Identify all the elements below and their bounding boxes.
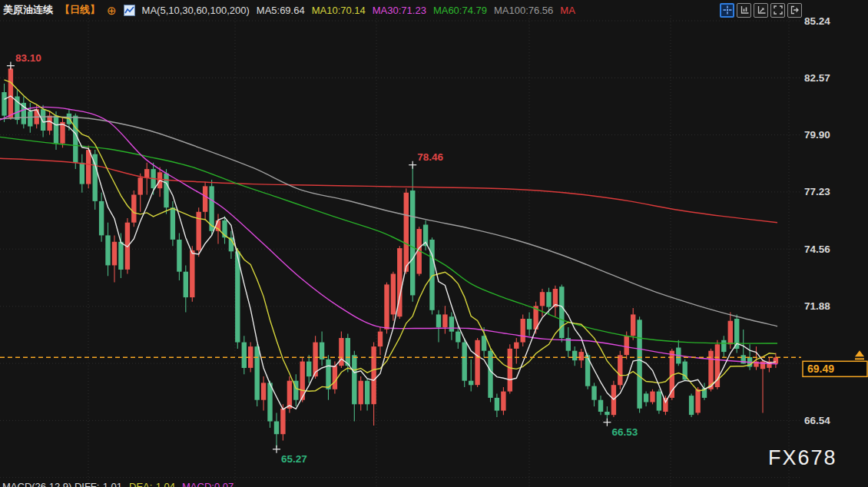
ma5-legend: MA5:69.64 — [257, 5, 305, 16]
macd-value: MACD:0.07 — [182, 481, 234, 487]
ma10-legend: MA10:70.14 — [312, 5, 366, 16]
low-price-annotation: 65.27 — [281, 453, 307, 465]
low-price-annotation: 66.53 — [611, 426, 638, 438]
high-price-annotation: 83.10 — [15, 52, 41, 64]
fullscreen-icon[interactable] — [770, 3, 785, 18]
indicator-trend-icon[interactable] — [754, 3, 768, 18]
ma200-legend: MA — [560, 5, 575, 16]
chart-toolbar — [720, 3, 802, 18]
y-axis-label: 79.90 — [804, 129, 830, 141]
symbol-title: 美原油连续 — [3, 3, 53, 17]
ma30-legend: MA30:71.23 — [373, 5, 426, 16]
ma100-legend: MA100:76.56 — [494, 5, 553, 16]
y-axis-label: 71.88 — [804, 300, 830, 312]
chart-header: 美原油连续 【日线】 ⊕ MA(5,10,30,60,100,200) MA5:… — [0, 0, 868, 20]
candlestick-chart-canvas[interactable]: 69.4983.1078.4665.2766.5385.2482.5779.90… — [0, 0, 868, 487]
axis-scale-icon[interactable] — [737, 3, 751, 18]
ma-group-label: MA(5,10,30,60,100,200) — [142, 5, 250, 16]
macd-formula-diff: MACD(26,12,9) DIFF:-1.01 — [2, 481, 122, 487]
macd-dea-value: DEA:-1.04 — [129, 481, 175, 487]
export-icon[interactable] — [787, 3, 802, 18]
add-symbol-icon[interactable]: ⊕ — [107, 5, 117, 16]
high-price-annotation: 78.46 — [417, 151, 443, 163]
line-chart-icon — [124, 5, 135, 16]
y-axis-label: 66.54 — [804, 415, 830, 426]
crosshair-icon[interactable] — [720, 3, 734, 18]
current-price-label: 69.49 — [807, 363, 834, 375]
y-axis-label: 82.57 — [804, 72, 830, 84]
y-axis-label: 77.23 — [804, 186, 830, 197]
macd-indicator-row: MACD(26,12,9) DIFF:-1.01 DEA:-1.04 MACD:… — [2, 481, 234, 487]
ma60-legend: MA60:74.79 — [433, 5, 487, 16]
fx678-watermark: FX678 — [768, 446, 837, 470]
period-label: 【日线】 — [60, 3, 100, 17]
y-axis-label: 74.56 — [804, 244, 830, 255]
